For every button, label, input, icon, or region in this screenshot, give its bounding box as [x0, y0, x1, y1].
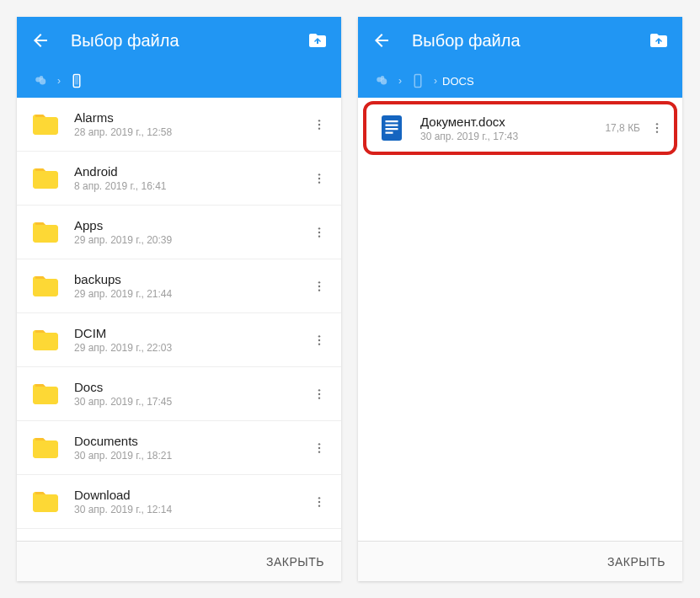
item-text: Download30 апр. 2019 г., 12:14: [74, 488, 311, 515]
svg-point-27: [318, 500, 320, 502]
cloud-icon[interactable]: [34, 73, 49, 88]
item-name: Android: [74, 164, 311, 179]
svg-point-10: [318, 181, 320, 183]
item-size: 17,8 КБ: [605, 122, 640, 134]
app-title: Выбор файла: [412, 31, 649, 51]
svg-point-7: [318, 127, 320, 129]
item-text: Документ.docx30 апр. 2019 г., 17:43: [420, 115, 605, 142]
close-button[interactable]: ЗАКРЫТЬ: [266, 555, 324, 569]
item-name: DCIM: [74, 326, 311, 340]
item-name: Alarms: [74, 110, 311, 125]
item-name: Apps: [74, 218, 311, 232]
svg-point-43: [656, 131, 658, 132]
item-text: Alarms28 апр. 2019 г., 12:58: [74, 110, 311, 138]
svg-rect-39: [386, 128, 398, 130]
svg-point-17: [318, 335, 320, 337]
breadcrumb-segment[interactable]: DOCS: [442, 75, 474, 88]
folder-icon: [30, 217, 61, 248]
left-screen: Выбор файла › Alarms28 апр. 2019 г., 12:…: [17, 17, 341, 581]
svg-rect-35: [414, 75, 421, 88]
folder-item[interactable]: Docs30 апр. 2019 г., 17:45: [17, 367, 341, 421]
item-text: DCIM29 апр. 2019 г., 22:03: [74, 326, 311, 354]
more-options-icon[interactable]: [311, 330, 328, 350]
right-screen: Выбор файла › › DOCS Документ.docx30 апр…: [358, 17, 682, 581]
svg-point-23: [318, 443, 320, 445]
more-options-icon[interactable]: [311, 168, 328, 189]
file-list[interactable]: Alarms28 апр. 2019 г., 12:58Android8 апр…: [17, 98, 341, 541]
svg-point-18: [318, 339, 320, 340]
folder-icon: [30, 325, 61, 355]
more-options-icon[interactable]: [311, 222, 328, 243]
back-arrow-icon[interactable]: [30, 30, 51, 51]
more-options-icon[interactable]: [311, 438, 328, 458]
svg-point-25: [318, 451, 320, 452]
file-list[interactable]: Документ.docx30 апр. 2019 г., 17:4317,8 …: [358, 98, 682, 541]
more-options-icon[interactable]: [311, 115, 328, 135]
item-meta: 30 апр. 2019 г., 18:21: [74, 450, 311, 462]
app-title: Выбор файла: [71, 31, 307, 51]
chevron-right-icon: ›: [57, 75, 61, 87]
item-text: Apps29 апр. 2019 г., 20:39: [74, 218, 311, 246]
phone-icon[interactable]: [410, 73, 425, 88]
app-bar: Выбор файла: [17, 17, 341, 64]
folder-item[interactable]: DCIM29 апр. 2019 г., 22:03: [17, 313, 341, 367]
svg-point-22: [318, 397, 320, 398]
svg-point-16: [318, 289, 320, 291]
folder-icon: [30, 379, 61, 409]
svg-point-13: [318, 235, 320, 237]
file-item[interactable]: Документ.docx30 апр. 2019 г., 17:4317,8 …: [363, 101, 677, 155]
close-button[interactable]: ЗАКРЫТЬ: [607, 555, 665, 569]
svg-point-14: [318, 281, 320, 283]
more-options-icon[interactable]: [649, 118, 665, 138]
svg-point-12: [318, 231, 320, 232]
folder-item[interactable]: Apps29 апр. 2019 г., 20:39: [17, 206, 341, 259]
svg-point-6: [318, 123, 320, 125]
folder-item[interactable]: Alarms28 апр. 2019 г., 12:58: [17, 98, 341, 152]
item-name: Documents: [74, 434, 311, 448]
svg-point-20: [318, 389, 320, 391]
folder-item[interactable]: backups29 апр. 2019 г., 21:44: [17, 259, 341, 313]
folder-icon: [30, 487, 61, 517]
breadcrumb[interactable]: › › DOCS: [358, 64, 682, 98]
more-options-icon[interactable]: [311, 276, 328, 296]
svg-point-42: [656, 127, 658, 129]
item-name: Документ.docx: [420, 115, 605, 129]
folder-item[interactable]: EditedOnlinePhotos29 апр. 2019 г., 21:30: [17, 529, 341, 541]
svg-point-26: [318, 497, 320, 499]
more-options-icon[interactable]: [311, 492, 328, 512]
item-meta: 29 апр. 2019 г., 21:44: [74, 288, 311, 300]
svg-point-21: [318, 392, 320, 394]
folder-icon: [30, 109, 61, 140]
item-meta: 29 апр. 2019 г., 22:03: [74, 342, 311, 354]
app-bar: Выбор файла: [358, 17, 682, 64]
document-icon: [377, 113, 407, 143]
item-name: Download: [74, 488, 311, 502]
folder-item[interactable]: Download30 апр. 2019 г., 12:14: [17, 475, 341, 529]
chevron-right-icon: ›: [434, 75, 437, 87]
breadcrumb[interactable]: ›: [17, 64, 341, 98]
folder-item[interactable]: Android8 апр. 2019 г., 16:41: [17, 152, 341, 206]
item-meta: 30 апр. 2019 г., 12:14: [74, 504, 311, 515]
item-text: Android8 апр. 2019 г., 16:41: [74, 164, 311, 192]
cloud-icon[interactable]: [375, 73, 390, 88]
svg-point-19: [318, 343, 320, 344]
new-folder-icon[interactable]: [307, 30, 328, 51]
item-meta: 28 апр. 2019 г., 12:58: [74, 126, 311, 138]
folder-item[interactable]: Documents30 апр. 2019 г., 18:21: [17, 421, 341, 475]
item-text: backups29 апр. 2019 г., 21:44: [74, 272, 311, 300]
svg-point-41: [656, 123, 658, 125]
item-name: Docs: [74, 380, 311, 394]
svg-point-9: [318, 177, 320, 179]
svg-rect-4: [75, 76, 79, 85]
new-folder-icon[interactable]: [649, 30, 669, 51]
svg-point-11: [318, 227, 320, 229]
item-meta: 30 апр. 2019 г., 17:43: [420, 131, 605, 142]
folder-icon: [30, 271, 61, 302]
back-arrow-icon[interactable]: [371, 30, 392, 51]
more-options-icon[interactable]: [311, 384, 328, 404]
phone-icon[interactable]: [69, 73, 84, 88]
svg-rect-40: [386, 132, 393, 134]
bottom-bar: ЗАКРЫТЬ: [17, 541, 341, 581]
bottom-bar: ЗАКРЫТЬ: [358, 541, 682, 581]
item-name: backups: [74, 272, 311, 286]
